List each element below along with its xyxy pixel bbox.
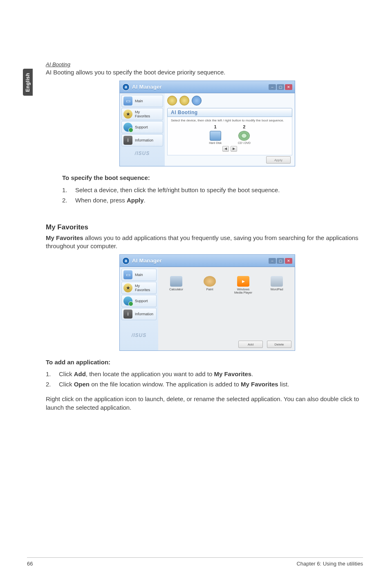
fav-label: Windows Media Player (231, 288, 256, 295)
bottom-buttons: Add Delete (238, 341, 291, 348)
favorites-icon: ★ (123, 283, 132, 292)
support-icon (123, 123, 132, 132)
step-number: 2. (46, 381, 52, 388)
information-icon: i (123, 310, 132, 319)
main-panel: Calculator Paint Windows Media Player (158, 267, 295, 350)
main-panel: AI Booting Select the device, then click… (165, 93, 295, 166)
fav-label: WordPad (264, 288, 289, 291)
favorites-icon: ★ (123, 110, 132, 119)
sidebar-item-label: Support (135, 125, 148, 129)
fav-label: Paint (197, 288, 222, 291)
wmp-icon (237, 276, 249, 287)
add-app-heading: To add an application: (46, 358, 369, 366)
list-item: 2. When done, press Apply. (62, 197, 369, 204)
panel-title: AI Booting (167, 108, 292, 117)
minimize-button[interactable]: – (269, 84, 276, 90)
close-button[interactable]: ✕ (285, 258, 292, 264)
favorite-app-calculator[interactable]: Calculator (164, 276, 188, 295)
titlebar-left: a AI Manager (122, 83, 162, 91)
delete-button[interactable]: Delete (267, 341, 291, 348)
list-item: 2. Click Open on the file location windo… (46, 381, 369, 388)
sidebar-item-label: Main (135, 99, 143, 103)
right-arrow-button[interactable]: ▶ (231, 146, 237, 152)
information-icon: i (123, 136, 132, 145)
sidebar-item-favorites[interactable]: ★ My Favorites (121, 108, 163, 120)
add-button[interactable]: Add (238, 341, 263, 348)
spec-heading: To specify the boot sequence: (62, 174, 369, 182)
screenshot-2-wrap: a AI Manager – ▢ ✕ ▭ Main (46, 254, 369, 351)
window-title: AI Manager (132, 258, 162, 264)
toolbar (167, 95, 292, 108)
boot-label: CD \ DVD (238, 141, 251, 144)
step-number: 2. (62, 197, 68, 204)
favorite-app-wordpad[interactable]: WordPad (264, 276, 289, 295)
sidebar-item-support[interactable]: Support (121, 295, 157, 307)
window-title: AI Manager (132, 84, 162, 90)
content-area: AI Booting AI Booting allows you to spec… (46, 61, 369, 412)
sidebar-item-main[interactable]: ▭ Main (121, 269, 157, 281)
fav-label: Calculator (164, 288, 188, 291)
boot-steps-list: 1. Select a device, then click the left/… (46, 186, 369, 204)
ai-booting-intro: AI Booting allows you to specify the boo… (46, 68, 369, 76)
titlebar-left: a AI Manager (122, 257, 162, 265)
hard-disk-icon (210, 131, 221, 141)
maximize-button[interactable]: ▢ (277, 258, 284, 264)
step-text: Click Open on the file location window. … (59, 381, 289, 388)
page: English AI Booting AI Booting allows you… (0, 0, 390, 588)
titlebar: a AI Manager – ▢ ✕ (120, 255, 295, 267)
left-arrow-button[interactable]: ◀ (222, 146, 229, 152)
sidebar-item-label: My Favorites (135, 110, 150, 118)
language-tab: English (23, 69, 33, 96)
cd-dvd-icon (238, 131, 250, 141)
my-favorites-heading: My Favorites (46, 223, 369, 231)
calculator-icon (170, 276, 182, 287)
toolbar-icon-2[interactable] (179, 96, 189, 105)
tail-paragraph: Right click on the application icon to l… (46, 395, 369, 412)
page-number: 66 (27, 561, 33, 567)
toolbar-icon-1[interactable] (167, 96, 177, 105)
main-icon: ▭ (123, 270, 132, 279)
boot-label: Hard Disk (209, 141, 222, 144)
support-icon (123, 296, 132, 305)
titlebar: a AI Manager – ▢ ✕ (120, 81, 295, 93)
ai-manager-window-favorites: a AI Manager – ▢ ✕ ▭ Main (119, 254, 295, 351)
boot-item-2[interactable]: 2 CD \ DVD (238, 124, 251, 144)
ai-booting-subheading: AI Booting (46, 61, 369, 67)
step-number: 1. (62, 186, 68, 193)
sidebar-item-favorites[interactable]: ★ My Favorites (121, 282, 157, 294)
sidebar-item-label: Information (135, 138, 153, 142)
language-tab-label: English (25, 73, 31, 92)
window-controls: – ▢ ✕ (269, 84, 292, 90)
toolbar-icon-3[interactable] (192, 96, 202, 105)
step-text: Select a device, then click the left/rig… (75, 186, 280, 193)
ai-manager-window-booting: a AI Manager – ▢ ✕ ▭ Main (119, 81, 295, 166)
close-button[interactable]: ✕ (285, 84, 292, 90)
sidebar-item-label: Information (135, 312, 153, 316)
favorite-app-paint[interactable]: Paint (197, 276, 222, 295)
footer: 66 Chapter 6: Using the utilities (0, 561, 390, 567)
list-item: 1. Click Add, then locate the applicatio… (46, 370, 369, 377)
boot-order-num: 2 (238, 124, 251, 129)
wordpad-icon (271, 276, 283, 287)
asus-logo: /ISUS (121, 332, 157, 338)
panel-hint: Select the device, then click the left /… (171, 119, 289, 123)
maximize-button[interactable]: ▢ (277, 84, 284, 90)
boot-order-num: 1 (209, 124, 222, 129)
favorite-app-wmp[interactable]: Windows Media Player (231, 276, 256, 295)
window-controls: – ▢ ✕ (269, 258, 292, 264)
favorites-grid: Calculator Paint Windows Media Player (161, 269, 292, 295)
minimize-button[interactable]: – (269, 258, 276, 264)
app-logo-icon: a (122, 257, 130, 265)
boot-item-1[interactable]: 1 Hard Disk (209, 124, 222, 144)
boot-device-row: 1 Hard Disk 2 CD \ DVD (171, 124, 289, 144)
sidebar-item-main[interactable]: ▭ Main (121, 95, 163, 107)
sidebar-item-information[interactable]: i Information (121, 134, 163, 146)
sidebar-item-support[interactable]: Support (121, 121, 163, 133)
step-text: Click Add, then locate the application y… (59, 370, 253, 377)
chapter-label: Chapter 6: Using the utilities (296, 561, 363, 567)
arrow-buttons: ◀ ▶ (171, 146, 289, 152)
sidebar-item-information[interactable]: i Information (121, 308, 157, 320)
sidebar-item-label: Support (135, 299, 148, 303)
sidebar: ▭ Main ★ My Favorites Support i (120, 267, 158, 350)
apply-button[interactable]: Apply (266, 156, 291, 164)
